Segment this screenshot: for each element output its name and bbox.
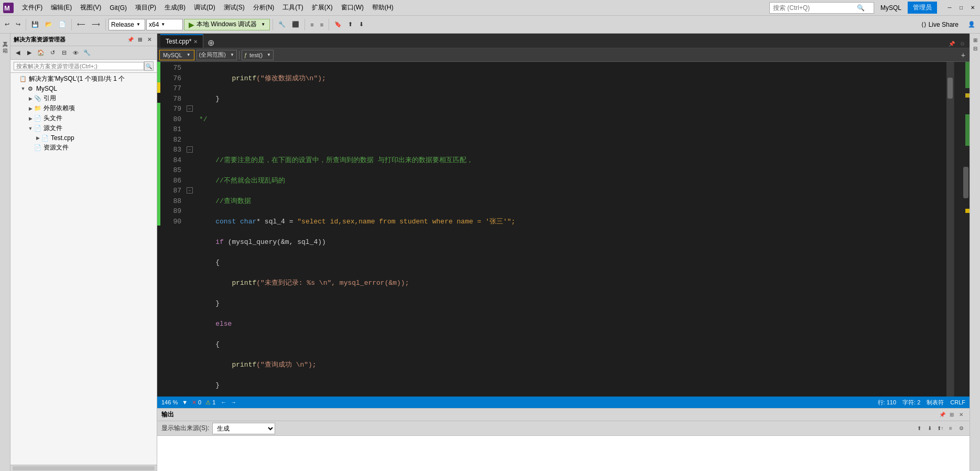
nav-next-arrow[interactable]: →: [230, 399, 237, 405]
tab-bar-settings[interactable]: ⚙: [958, 39, 966, 48]
se-collapse-btn[interactable]: ⊟: [59, 48, 69, 58]
bookmark-next[interactable]: ⬇: [356, 19, 366, 29]
se-refresh-btn[interactable]: ↺: [47, 48, 58, 58]
align-right[interactable]: ≡: [318, 20, 326, 29]
se-show-all-btn[interactable]: 👁: [70, 48, 81, 58]
nav-prev-arrow[interactable]: ←: [220, 399, 227, 405]
tree-item-references[interactable]: ▶ 📎 引用: [10, 93, 157, 103]
menu-build[interactable]: 生成(B): [160, 1, 190, 14]
solution-search-input[interactable]: [14, 62, 144, 70]
back-button[interactable]: ⟵: [74, 19, 88, 29]
menu-view[interactable]: 视图(V): [76, 1, 105, 14]
menubar: M 文件(F) 编辑(E) 视图(V) Git(G) 项目(P) 生成(B) 调…: [0, 0, 980, 16]
output-expand-btn[interactable]: ⊞: [948, 411, 956, 419]
open-button[interactable]: 📂: [42, 19, 55, 29]
minimize-button[interactable]: ─: [944, 3, 955, 13]
pin-button[interactable]: 📌: [126, 36, 135, 44]
left-strip-btn-1[interactable]: 工具: [1, 36, 10, 40]
output-tb-btn-1[interactable]: ⬆: [915, 424, 923, 433]
menu-file[interactable]: 文件(F): [18, 1, 47, 14]
scrollbar-thumb[interactable]: [948, 78, 953, 99]
tree-item-test-cpp[interactable]: ▶ 📄 Test.cpp: [10, 133, 157, 143]
tree-item-external-deps[interactable]: ▶ 📁 外部依赖项: [10, 103, 157, 113]
solution-icon: 📋: [19, 75, 27, 83]
expand-button[interactable]: ⊞: [136, 36, 144, 44]
bookmark-prev[interactable]: ⬆: [345, 19, 355, 29]
output-close-btn[interactable]: ✕: [957, 411, 965, 419]
solution-scrollbar[interactable]: [10, 465, 157, 471]
solution-hscroll[interactable]: [13, 466, 155, 470]
tree-item-solution[interactable]: 📋 解决方案'MySQL'(1 个项目/共 1 个: [10, 74, 157, 84]
manage-button[interactable]: 管理员: [908, 2, 937, 14]
se-forward-btn[interactable]: ▶: [24, 48, 35, 58]
output-tb-btn-4[interactable]: ≡: [946, 424, 955, 433]
align-left[interactable]: ≡: [308, 20, 316, 29]
redo-button[interactable]: ↪: [13, 19, 23, 29]
minimap-scrollthumb[interactable]: [963, 167, 968, 198]
menu-test[interactable]: 测试(S): [220, 1, 249, 14]
right-strip-btn-1[interactable]: ⊞: [971, 36, 979, 44]
tab-test-cpp-close[interactable]: ✕: [193, 39, 198, 45]
error-count[interactable]: ✕ 0: [192, 399, 201, 406]
warning-count[interactable]: ⚠ 1: [205, 399, 215, 406]
collapse-83[interactable]: −: [187, 146, 193, 153]
output-tb-btn-2[interactable]: ⬇: [925, 424, 934, 433]
search-input[interactable]: [773, 4, 857, 12]
se-home-btn[interactable]: 🏠: [36, 48, 46, 58]
output-tb-btn-3[interactable]: ⬆↑: [936, 424, 944, 433]
breadcrumb-func[interactable]: ƒ test() ▼: [242, 50, 274, 60]
new-button[interactable]: 📄: [56, 19, 69, 29]
tab-add-button[interactable]: ⊕: [203, 38, 219, 48]
forward-button[interactable]: ⟶: [89, 19, 103, 29]
se-back-btn[interactable]: ◀: [13, 48, 23, 58]
right-strip-btn-2[interactable]: ⊟: [971, 44, 979, 52]
menu-extensions[interactable]: 扩展(X): [308, 1, 337, 14]
close-panel-button[interactable]: ✕: [145, 36, 154, 44]
undo-button[interactable]: ↩: [2, 19, 12, 29]
cg-79[interactable]: −: [187, 103, 194, 113]
tree-item-header-files[interactable]: ▶ 📄 头文件: [10, 113, 157, 123]
tab-bar-pin[interactable]: 📌: [948, 39, 956, 48]
breakpoint-button[interactable]: ⬛: [289, 19, 302, 29]
header-files-arrow: ▶: [27, 116, 34, 121]
bookmark-button[interactable]: 🔖: [332, 19, 344, 29]
tree-item-resource-files[interactable]: 📄 资源文件: [10, 143, 157, 153]
output-source-select[interactable]: 生成 调试 错误列表: [212, 423, 275, 434]
breadcrumb-add[interactable]: +: [959, 51, 967, 59]
output-pin-btn[interactable]: 📌: [938, 411, 946, 419]
breadcrumb-class[interactable]: MySQL ▼: [159, 50, 194, 60]
menu-help[interactable]: 帮助(H): [368, 1, 398, 14]
code-content[interactable]: printf("修改数据成功\n"); } */ //需要注意的是，在下面的设置…: [195, 62, 946, 397]
save-button[interactable]: 💾: [29, 19, 41, 29]
left-strip-btn-2[interactable]: 箱: [1, 42, 10, 46]
run-button[interactable]: ▶ 本地 Windows 调试器 ▼: [184, 19, 270, 30]
live-share-button[interactable]: ⟨⟩ Live Share: [918, 19, 962, 30]
release-dropdown[interactable]: Release ▼: [108, 19, 145, 30]
debug-button[interactable]: 🔧: [276, 19, 288, 29]
se-properties-btn[interactable]: 🔧: [82, 48, 92, 58]
restore-button[interactable]: □: [956, 3, 966, 13]
menu-edit[interactable]: 编辑(E): [47, 1, 76, 14]
menu-git[interactable]: Git(G): [105, 2, 131, 14]
cg-87[interactable]: −: [187, 185, 194, 195]
zoom-dropdown-arrow[interactable]: ▼: [182, 399, 188, 405]
collapse-87[interactable]: −: [187, 187, 193, 194]
tree-item-source-files[interactable]: ▼ 📄 源文件: [10, 123, 157, 133]
close-button[interactable]: ✕: [967, 3, 978, 13]
collapse-79[interactable]: −: [187, 105, 193, 112]
menu-debug[interactable]: 调试(D): [190, 1, 220, 14]
menu-project[interactable]: 项目(P): [131, 1, 160, 14]
platform-dropdown[interactable]: x64 ▼: [146, 19, 183, 30]
output-tb-btn-5[interactable]: ⚙: [957, 424, 965, 433]
menu-analyze[interactable]: 分析(N): [249, 1, 279, 14]
search-box[interactable]: 🔍: [769, 2, 874, 14]
tab-test-cpp[interactable]: Test.cpp* ✕: [160, 34, 203, 48]
menu-tools[interactable]: 工具(T): [278, 1, 307, 14]
menu-window[interactable]: 窗口(W): [337, 1, 368, 14]
breadcrumb-scope[interactable]: (全局范围) ▼: [197, 50, 237, 60]
tree-item-mysql[interactable]: ▼ ⚙ MySQL: [10, 84, 157, 93]
profile-icon[interactable]: 👤: [965, 19, 978, 29]
solution-search-button[interactable]: 🔍: [144, 61, 154, 71]
vertical-scrollbar[interactable]: [946, 62, 954, 397]
cg-83[interactable]: −: [187, 144, 194, 154]
